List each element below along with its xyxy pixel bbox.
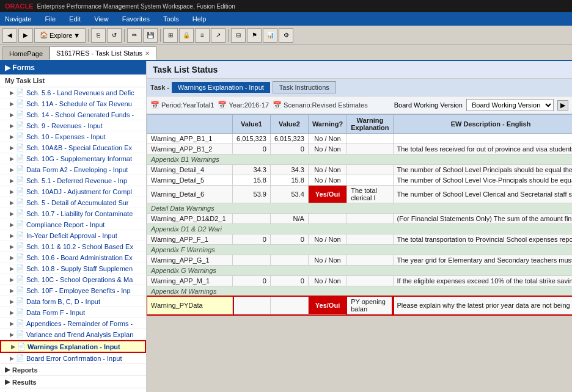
sidebar-header[interactable]: ▶ Forms	[0, 61, 146, 74]
sidebar-item-9[interactable]: ▶ 📄 Sch. 10ADJ - Adjustment for Compl	[0, 186, 146, 197]
back-button[interactable]: ◀	[2, 28, 17, 43]
sidebar-item-1[interactable]: ▶ 📄 Sch. 11A - Schedule of Tax Revenu	[0, 98, 146, 109]
arrow-icon: ▶	[10, 277, 14, 283]
cell-explanation[interactable]	[347, 234, 393, 245]
cell-explanation[interactable]	[347, 144, 393, 154]
layout-button[interactable]: ⊞	[163, 28, 178, 43]
sidebar-item-14[interactable]: ▶ 📄 Sch. 10.1 & 10.2 - School Based Ex	[0, 241, 146, 252]
sidebar-item-21[interactable]: ▶ 📄 Appendices - Remainder of Forms -	[0, 318, 146, 329]
cell-explanation[interactable]: The total clerical I	[347, 186, 393, 203]
col-value2: Value2	[270, 115, 308, 134]
sidebar-item-12[interactable]: ▶ 📄 Compliance Report - Input	[0, 219, 146, 230]
list-button[interactable]: ≡	[195, 28, 210, 43]
sidebar-item-label: Sch. 10F - Employee Benefits - Inp	[26, 287, 131, 294]
grid-button[interactable]: ⊟	[231, 28, 246, 43]
cell-explanation[interactable]: PY opening balan	[347, 297, 393, 314]
sidebar-item-13[interactable]: ▶ 📄 In-Year Deficit Approval - Input	[0, 230, 146, 241]
tab-homepage[interactable]: HomePage	[2, 46, 50, 60]
arrow-button[interactable]: ↗	[211, 28, 226, 43]
tab-warnings-explanation[interactable]: Warnings Explanation - Input	[172, 82, 270, 93]
chart-button[interactable]: 📊	[263, 28, 277, 43]
menu-navigate[interactable]: Navigate	[2, 14, 34, 24]
scenario-filter[interactable]: 📅 Scenario:Revised Estimates	[273, 101, 368, 109]
sidebar-item-4[interactable]: ▶ 📄 Sch. 10 - Expenses - Input	[0, 131, 146, 142]
cell-warning: Yes/Oui	[308, 297, 346, 314]
cell-explanation[interactable]	[347, 134, 393, 144]
sidebar-item-2[interactable]: ▶ 📄 Sch. 14 - School Generated Funds -	[0, 109, 146, 120]
sidebar-item-label: Data Form A2 - Enveloping - Input	[26, 166, 128, 173]
sidebar-item-17[interactable]: ▶ 📄 Sch. 10C - School Operations & Ma	[0, 274, 146, 285]
cell-v1	[233, 297, 271, 314]
cell-explanation[interactable]	[347, 175, 393, 186]
table-row: Warning_APP_B1_2 0 0 No / Non The total …	[147, 144, 573, 154]
form-icon: 📄	[16, 242, 24, 250]
pencil-button[interactable]: ✏	[127, 28, 142, 43]
tab-homepage-label: HomePage	[9, 50, 43, 57]
settings-button[interactable]: ⚙	[279, 28, 293, 43]
copy-button[interactable]: ⎘	[91, 28, 106, 43]
sidebar-item-19[interactable]: ▶ 📄 Data form B, C, D - Input	[0, 296, 146, 307]
menu-view[interactable]: View	[92, 14, 111, 24]
col-value1: Value1	[233, 115, 271, 134]
form-icon: 📄	[16, 308, 24, 316]
table-row: Appendix D1 & D2 Wari	[147, 224, 573, 234]
save-button[interactable]: 💾	[143, 28, 158, 43]
sidebar-item-6[interactable]: ▶ 📄 Sch. 10G - Supplementary Informat	[0, 153, 146, 164]
sidebar-group-reference[interactable]: ▶ Reference Data	[0, 388, 146, 392]
go-button[interactable]: ▶	[557, 100, 568, 111]
cell-v1: 0	[233, 144, 271, 154]
cell-ew-desc: The total transportation to Provincial S…	[393, 234, 572, 245]
sidebar-item-20[interactable]: ▶ 📄 Data Form F - Input	[0, 307, 146, 318]
sidebar-item-10[interactable]: ▶ 📄 Sch. 5 - Detail of Accumulated Sur	[0, 197, 146, 208]
sidebar-item-18[interactable]: ▶ 📄 Sch. 10F - Employee Benefits - Inp	[0, 285, 146, 296]
cell-explanation[interactable]	[347, 276, 393, 286]
sidebar-item-24[interactable]: ▶ 📄 Board Error Confirmation - Input	[0, 353, 146, 364]
menu-help[interactable]: Help	[190, 14, 209, 24]
form-icon: 📄	[16, 231, 24, 239]
menu-file[interactable]: File	[42, 14, 58, 24]
sidebar-group-reports[interactable]: ▶ Reports	[0, 364, 146, 376]
sidebar-item-0[interactable]: ▶ 📄 Sch. 5.6 - Land Revenues and Defic	[0, 87, 146, 98]
arrow-icon: ▶	[10, 222, 14, 228]
table-row: Warning_APP_M_1 0 0 No / Non If the elig…	[147, 276, 573, 286]
sidebar-item-22[interactable]: ▶ 📄 Variance and Trend Analysis Explan	[0, 329, 146, 340]
menu-edit[interactable]: Edit	[67, 14, 83, 24]
forward-button[interactable]: ▶	[18, 28, 33, 43]
period-filter[interactable]: 📅 Period:YearTotal1	[150, 101, 214, 109]
cell-v2: 15.8	[270, 175, 308, 186]
filters-row: 📅 Period:YearTotal1 📅 Year:2016-17 📅 Sce…	[147, 96, 572, 114]
refresh-button[interactable]: ↺	[107, 28, 122, 43]
lock-button[interactable]: 🔒	[179, 28, 194, 43]
menu-favorites[interactable]: Favorites	[120, 14, 152, 24]
sidebar-item-label: Sch. 10.7 - Liability for Contaminate	[26, 210, 133, 217]
sidebar-item-16[interactable]: ▶ 📄 Sch. 10.8 - Supply Staff Supplemen	[0, 263, 146, 274]
explore-button[interactable]: 🏠 Explore ▼	[34, 28, 86, 43]
sidebar-item-5[interactable]: ▶ 📄 Sch. 10A&B - Special Education Ex	[0, 142, 146, 153]
sidebar-section: My Task List	[0, 74, 146, 87]
cell-explanation[interactable]	[347, 255, 393, 266]
flag-button[interactable]: ⚑	[247, 28, 262, 43]
tab-tasklist[interactable]: S1617RES - Task List Status ✕	[50, 46, 156, 60]
sidebar-item-7[interactable]: ▶ 📄 Data Form A2 - Enveloping - Input	[0, 164, 146, 175]
cell-v1	[233, 214, 271, 224]
close-icon[interactable]: ✕	[145, 50, 150, 57]
sidebar-item-15[interactable]: ▶ 📄 Sch. 10.6 - Board Administration Ex	[0, 252, 146, 263]
sidebar-item-3[interactable]: ▶ 📄 Sch. 9 - Revenues - Input	[0, 120, 146, 131]
board-dropdown[interactable]: Board Working Version	[466, 99, 554, 111]
year-label: Year:2016-17	[229, 101, 269, 109]
sidebar-group-results[interactable]: ▶ Results	[0, 376, 146, 388]
sidebar-item-11[interactable]: ▶ 📄 Sch. 10.7 - Liability for Contaminat…	[0, 208, 146, 219]
sidebar-item-label: Sch. 5.1 - Deferred Revenue - Inp	[26, 177, 127, 184]
sidebar: ▶ Forms My Task List ▶ 📄 Sch. 5.6 - Land…	[0, 61, 147, 392]
cell-explanation[interactable]	[347, 214, 393, 224]
tab-task-instructions[interactable]: Task Instructions	[273, 81, 336, 93]
year-filter[interactable]: 📅 Year:2016-17	[218, 101, 269, 109]
calendar-icon: 📅	[218, 101, 227, 109]
cell-explanation[interactable]	[347, 165, 393, 175]
form-icon: 📄	[16, 209, 24, 217]
group-label: Detail Data Warnings	[147, 203, 573, 214]
sidebar-item-warnings[interactable]: ▶ 📄 Warnings Explanation - Input	[0, 340, 146, 353]
cell-id: Warning_Detail_6	[147, 186, 233, 203]
menu-tools[interactable]: Tools	[161, 14, 182, 24]
sidebar-item-8[interactable]: ▶ 📄 Sch. 5.1 - Deferred Revenue - Inp	[0, 175, 146, 186]
